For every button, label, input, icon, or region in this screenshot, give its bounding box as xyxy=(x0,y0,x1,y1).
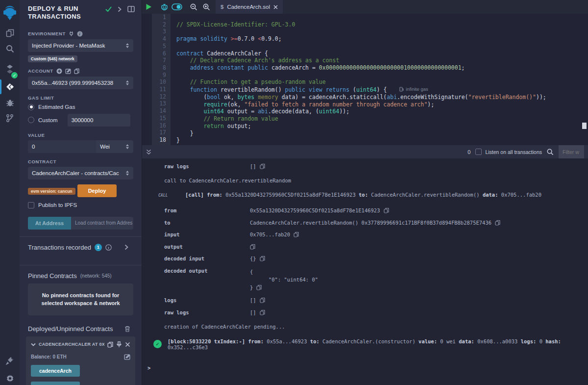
copy-icon[interactable] xyxy=(260,256,265,261)
pinned-empty-message: No pinned contracts found for selected w… xyxy=(28,283,133,315)
search-icon[interactable] xyxy=(0,40,20,57)
zoom-in-icon[interactable] xyxy=(200,0,213,14)
solidity-compiler-icon[interactable]: ✓ xyxy=(0,60,20,78)
copilot-toggle-icon[interactable] xyxy=(171,0,183,14)
terminal-kv-row: logs[] xyxy=(164,297,588,303)
select-stepper-icon xyxy=(125,43,129,49)
terminal-value xyxy=(250,244,255,250)
code-line xyxy=(176,14,588,21)
block-text: [block:5033220 txIndex:-] from: 0x55a...… xyxy=(168,338,588,350)
select-stepper-icon xyxy=(125,144,129,150)
pin-panel-chevron-icon[interactable] xyxy=(118,6,122,12)
terminal-kv-row: input0x705...fab20 xyxy=(164,231,588,237)
deploy-and-run-icon[interactable] xyxy=(0,78,20,95)
copy-icon[interactable] xyxy=(294,231,299,237)
deploy-button[interactable]: Deploy xyxy=(77,184,117,197)
tab-cadencearch-sol[interactable]: $ CadenceArch.sol xyxy=(216,0,283,14)
value-unit: Wei xyxy=(100,144,110,150)
sign-message-icon[interactable] xyxy=(65,68,71,74)
gas-estimate-annotation: infinite gas xyxy=(399,86,428,93)
code-line: uint64 output = abi.decode(data, (uint64… xyxy=(176,108,588,115)
fn-cadencearch-button[interactable]: cadenceArch xyxy=(31,365,80,377)
copy-icon[interactable] xyxy=(495,220,500,226)
run-script-play-icon[interactable] xyxy=(142,0,155,14)
settings-gear-icon[interactable] xyxy=(0,370,20,385)
collapse-chevron-icon[interactable] xyxy=(31,343,36,346)
file-explorer-icon[interactable] xyxy=(0,25,20,41)
gas-custom-input[interactable]: 3000000 xyxy=(68,114,130,127)
gas-estimated-option[interactable]: Estimated Gas xyxy=(28,104,133,110)
debugger-icon[interactable] xyxy=(0,94,20,111)
info-icon[interactable]: i xyxy=(77,31,83,37)
tx-success-check-icon: ✓ xyxy=(153,340,162,348)
info-icon[interactable] xyxy=(105,244,112,251)
collapse-terminal-chevrons-icon[interactable] xyxy=(146,149,151,155)
zoom-out-icon[interactable] xyxy=(187,0,200,14)
terminal-key: to xyxy=(164,220,250,226)
deployed-contract-card: CADENCEARCHCALER AT 0X Balance: 0 ETH ca… xyxy=(26,336,135,385)
add-account-icon[interactable] xyxy=(56,68,62,74)
terminal-key: logs xyxy=(164,297,250,303)
pinned-network-label: (network: 545) xyxy=(80,273,112,279)
code-line: // Declare Cadence Arch's address as a c… xyxy=(176,57,588,64)
copy-icon[interactable] xyxy=(260,297,265,303)
pin-contract-icon[interactable] xyxy=(116,341,122,348)
contract-select[interactable]: CadenceArchCaler - contracts/Cac xyxy=(28,167,133,180)
remove-contract-close-icon[interactable] xyxy=(125,342,130,347)
gas-custom-option[interactable]: Custom 3000000 xyxy=(28,114,133,127)
pending-tx-count: 0 xyxy=(467,149,470,155)
code-line: } xyxy=(176,130,588,137)
terminal-kv-row: raw logs[] xyxy=(164,309,588,315)
git-icon[interactable] xyxy=(0,110,20,127)
copy-icon[interactable] xyxy=(250,244,255,250)
terminal-value: 0x705...fab20 xyxy=(250,231,299,237)
terminal-kv-row: decoded input{} xyxy=(164,256,588,261)
clear-deployed-trash-icon[interactable] xyxy=(124,326,130,332)
value-input[interactable]: 0 xyxy=(28,140,96,153)
listen-all-transactions-option[interactable]: Listen on all transactions xyxy=(475,149,542,155)
close-tab-icon[interactable] xyxy=(273,5,278,9)
terminal-kv-row: decoded output{ "0": "uint64: 0"} xyxy=(164,268,588,291)
at-address-input[interactable]: Load contract from Addres xyxy=(71,217,133,230)
radio-selected-icon xyxy=(28,104,34,110)
account-select[interactable]: 0x55a...46923 (999.9999453238 xyxy=(28,77,133,89)
terminal-filter-input[interactable] xyxy=(559,145,584,158)
editor-toolbar: $ CadenceArch.sol xyxy=(142,0,588,14)
terminal-key: decoded output xyxy=(164,268,250,274)
terminal-kv-row: output xyxy=(164,244,588,250)
fn-revertiblerandom-button[interactable]: revertibleRa... xyxy=(31,382,80,385)
code-line: // Return random value xyxy=(176,115,588,123)
expand-transactions-chevron-icon[interactable] xyxy=(124,244,128,250)
publish-ipfs-option[interactable]: Publish to IPFS xyxy=(28,202,133,208)
code-line: pragma solidity >=0.7.0 <0.9.0; xyxy=(176,35,588,43)
copy-icon[interactable] xyxy=(256,284,262,290)
copy-account-icon[interactable] xyxy=(74,68,79,74)
value-unit-select[interactable]: Wei xyxy=(96,140,133,153)
publish-ipfs-label: Publish to IPFS xyxy=(38,202,77,208)
copy-address-icon[interactable] xyxy=(107,341,113,348)
at-address-button[interactable]: At Address xyxy=(28,217,71,230)
terminal-key: output xyxy=(164,244,250,250)
split-view-icon[interactable] xyxy=(127,6,135,12)
copy-icon[interactable] xyxy=(260,163,265,169)
gas-limit-label: GAS LIMIT xyxy=(28,95,54,101)
copy-icon[interactable] xyxy=(384,207,389,213)
copy-icon[interactable] xyxy=(260,309,265,315)
terminal-search-icon[interactable] xyxy=(547,149,554,155)
deploy-run-panel: DEPLOY & RUN TRANSACTIONS ENVIRONMENT i … xyxy=(20,0,142,385)
ai-copilot-robot-icon[interactable] xyxy=(158,0,171,14)
code-line: require(ok, "failed to fetch a random nu… xyxy=(176,101,588,108)
terminal-output[interactable]: raw logs[]call to CadenceArchCaler.rever… xyxy=(142,158,588,385)
svg-text:i: i xyxy=(79,31,80,36)
deployed-contracts-title: Deployed/Unpinned Contracts xyxy=(28,325,113,333)
transactions-count-badge: 1 xyxy=(95,244,102,251)
remix-logo-icon[interactable] xyxy=(0,3,20,23)
plugin-manager-icon[interactable] xyxy=(0,352,20,369)
edit-balance-icon[interactable] xyxy=(124,354,130,360)
terminal-kv-row: from0x55a1320D432759960C5Df0215a8dF78e1E… xyxy=(164,207,588,213)
plug-icon[interactable] xyxy=(69,31,74,36)
code-line: // SPDX-License-Identifier: GPL-3.0 xyxy=(176,21,588,28)
deployed-contract-header[interactable]: CADENCEARCHCALER AT 0X xyxy=(39,342,104,347)
code-editor[interactable]: 123456789101112131415161718 // SPDX-Lice… xyxy=(142,14,588,145)
environment-select[interactable]: Injected Provider - MetaMask xyxy=(28,39,133,52)
